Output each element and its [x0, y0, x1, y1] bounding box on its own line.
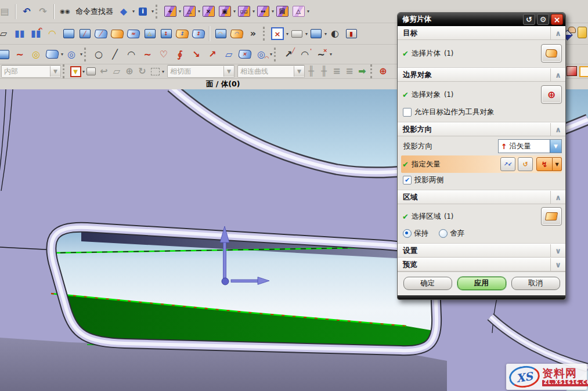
- stop-at-corner-button[interactable]: ╫: [318, 65, 330, 78]
- toolbar-grip[interactable]: [84, 48, 88, 61]
- rectangle-select-button[interactable]: [149, 65, 161, 78]
- section-projection-header[interactable]: 投影方向 ∧: [398, 122, 565, 136]
- ok-button[interactable]: 确定: [403, 277, 452, 290]
- redo-button[interactable]: ↷: [35, 3, 51, 20]
- deselect-last-button[interactable]: ↩: [98, 65, 110, 78]
- discard-radio[interactable]: [439, 229, 448, 238]
- trim-sheet-button[interactable]: [109, 26, 125, 42]
- vector-constructor-button[interactable]: ↗↙: [500, 157, 515, 171]
- circle-button[interactable]: ○: [91, 46, 107, 63]
- selection-scope-dropdown[interactable]: 内部 ▼: [1, 65, 61, 78]
- shaded-display-button[interactable]: [308, 26, 324, 42]
- combine-curve-button[interactable]: ↗: [204, 46, 221, 63]
- toolbar-grip[interactable]: [370, 64, 374, 78]
- select-sheet-row[interactable]: ✔ 选择片体 (1): [401, 42, 562, 64]
- project-both-sides-row[interactable]: ✔ 投影两侧: [401, 173, 562, 187]
- section-target-header[interactable]: 目标 ∧: [398, 26, 565, 40]
- toolbar-grip[interactable]: [274, 48, 277, 61]
- patch-button[interactable]: △: [142, 26, 158, 42]
- split-body-button[interactable]: ╱: [77, 26, 93, 42]
- select-sheet-button[interactable]: [541, 44, 562, 63]
- studio-surface-button[interactable]: [0, 46, 12, 63]
- dropdown-arrow-icon[interactable]: ▾: [80, 52, 82, 57]
- point-dialog-button[interactable]: ⊕: [377, 65, 389, 78]
- expand-button[interactable]: ∨: [550, 258, 565, 271]
- apply-button[interactable]: 应用: [457, 277, 506, 290]
- allow-target-edges-row[interactable]: 允许目标边作为工具对象: [401, 105, 562, 119]
- collapse-button[interactable]: ∧: [550, 68, 565, 81]
- project-both-sides-checkbox[interactable]: ✔: [403, 176, 412, 184]
- section-view-button[interactable]: ▮: [343, 26, 359, 42]
- section-boundary-header[interactable]: 边界对象 ∧: [398, 68, 565, 82]
- delete-curve-button[interactable]: ∼×: [313, 46, 329, 63]
- appearance-button[interactable]: ◐: [327, 26, 343, 42]
- profile-button[interactable]: ♡: [156, 46, 172, 63]
- toolbar-grip[interactable]: [263, 27, 266, 41]
- toolbar-grip[interactable]: [156, 5, 159, 19]
- move-to-layer-button[interactable]: [288, 26, 305, 42]
- show-only-button[interactable]: ▱: [0, 26, 12, 42]
- follow-fillet-button[interactable]: ➡: [356, 65, 369, 78]
- swoop-surface-button[interactable]: ∼: [12, 46, 28, 63]
- toolbar-overflow-button[interactable]: »: [245, 26, 261, 42]
- resize-face-button[interactable]: ↔: [255, 3, 271, 20]
- datum-plane-button[interactable]: ▱: [221, 46, 237, 63]
- vector-dialog-button[interactable]: ↺: [518, 157, 533, 171]
- information-button[interactable]: i: [135, 3, 151, 20]
- law-extension-button[interactable]: ↕: [190, 26, 207, 42]
- command-finder-label[interactable]: 命令查找器: [75, 6, 113, 17]
- solid-preselect-button[interactable]: [85, 65, 98, 78]
- selection-filter-button[interactable]: ▼: [69, 65, 82, 78]
- move-face-button[interactable]: +: [162, 3, 178, 20]
- collapse-button[interactable]: ∧: [550, 27, 565, 39]
- shell-body-button[interactable]: 回: [274, 3, 290, 20]
- offset-region-button[interactable]: △: [181, 3, 197, 20]
- tube-button[interactable]: ◎: [63, 46, 80, 63]
- trim-curve-button[interactable]: ↗╱: [280, 46, 297, 63]
- mirror-feature-button[interactable]: ▮▮: [12, 26, 28, 42]
- vector-method-dropdown[interactable]: ▼: [553, 157, 562, 171]
- studio-spline-button[interactable]: ∼: [139, 46, 156, 63]
- start-sketch-button[interactable]: ◆: [116, 3, 132, 20]
- dropdown-arrow-icon[interactable]: ▾: [270, 52, 272, 57]
- dialog-options-button[interactable]: ⚙: [537, 14, 549, 25]
- vector-origin-handle[interactable]: [222, 278, 229, 285]
- sew-button[interactable]: ≈: [125, 26, 142, 42]
- chain-curves-button[interactable]: ≡: [330, 65, 343, 78]
- section-preview-header[interactable]: 预览 ∨: [398, 258, 565, 271]
- mirror-body-button[interactable]: ▮▮↶: [28, 26, 44, 42]
- intersection-curve-button[interactable]: ×: [237, 46, 253, 63]
- pattern-face-button[interactable]: ▫▫: [236, 3, 252, 20]
- bend-sheet-button[interactable]: ◠: [212, 26, 229, 42]
- select-object-row[interactable]: ✔ 选择对象 (1) ⊕: [401, 84, 562, 105]
- pattern-feature-button[interactable]: △: [290, 3, 306, 20]
- toolbar-grip[interactable]: [63, 64, 66, 78]
- curve-blend-button[interactable]: ◠': [297, 46, 313, 63]
- delete-face-button[interactable]: ×: [200, 3, 217, 20]
- copy-face-button[interactable]: ▣: [217, 3, 233, 20]
- reset-button[interactable]: ↺: [523, 14, 535, 25]
- trim-body-button[interactable]: [60, 26, 77, 42]
- select-region-row[interactable]: ✔ 选择区域 (1): [401, 207, 562, 226]
- close-button[interactable]: ×: [551, 14, 563, 25]
- projection-direction-dropdown[interactable]: ↑ 沿矢量 ▼: [498, 139, 562, 153]
- snap-point-button[interactable]: ⊕: [123, 65, 136, 78]
- expand-button[interactable]: ∨: [550, 244, 565, 257]
- paste-button[interactable]: ▤: [0, 3, 13, 20]
- select-object-button[interactable]: ⊕: [541, 85, 562, 104]
- dropdown-arrow-icon[interactable]: ▾: [330, 52, 332, 57]
- dialog-title-bar[interactable]: 修剪片体 ↺ ⚙ ×: [398, 13, 565, 26]
- extrude-button[interactable]: ◎: [28, 46, 44, 63]
- dome-button[interactable]: ◠: [44, 26, 60, 42]
- vector-arrow-z-shaft[interactable]: [223, 239, 226, 281]
- line-button[interactable]: ╱: [107, 46, 123, 63]
- dropdown-arrow-icon[interactable]: ▾: [151, 9, 154, 14]
- arc-button[interactable]: ◠: [123, 46, 139, 63]
- swept-flange-button[interactable]: ◠: [229, 26, 245, 42]
- stop-at-intersection-button[interactable]: ╫: [305, 65, 318, 78]
- paint-tool-icon[interactable]: [578, 27, 587, 38]
- dropdown-arrow-icon[interactable]: ▾: [307, 9, 309, 14]
- face-rule-dropdown[interactable]: 相切面 ▼: [167, 65, 235, 78]
- chain-within-feature-button[interactable]: ≡: [343, 65, 356, 78]
- keep-radio[interactable]: [403, 229, 412, 238]
